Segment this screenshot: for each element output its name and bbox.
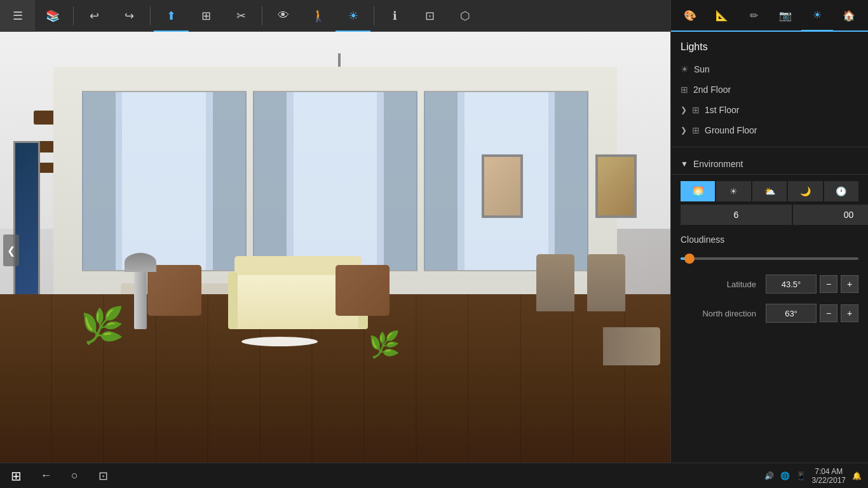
panel-brightness-button[interactable]: ☀ <box>801 0 833 31</box>
network-icon[interactable]: 🌐 <box>780 471 790 480</box>
circle-icon: ○ <box>71 469 78 482</box>
speaker-icon[interactable]: 🔊 <box>764 471 774 480</box>
light-item-ground-floor[interactable]: ❯ ⊞ Ground Floor <box>671 120 868 140</box>
frame-button[interactable]: ⊡ <box>412 0 447 32</box>
undo-icon: ↩ <box>90 9 99 23</box>
time-display: 7:04 AM <box>812 467 846 476</box>
task-view-button[interactable]: ⊡ <box>89 463 118 489</box>
room-scene <box>0 32 670 469</box>
night-button[interactable]: 🌙 <box>788 181 822 201</box>
lights-section: Lights ☀ Sun ⊞ 2nd Floor ❯ ⊞ 1st Floor ❯… <box>671 32 868 147</box>
cube-button[interactable]: ⬡ <box>447 0 482 32</box>
2nd-floor-icon: ⊞ <box>681 85 688 95</box>
info-button[interactable]: ℹ <box>377 0 412 32</box>
notification-icon[interactable]: 🔔 <box>852 471 862 480</box>
library-button[interactable]: 📚 <box>35 0 70 32</box>
keyboard-icon[interactable]: 📱 <box>796 471 806 480</box>
undo-button[interactable]: ↩ <box>77 0 112 32</box>
sun-light-label: Sun <box>694 64 710 74</box>
chair-2 <box>336 265 390 316</box>
panel-house-button[interactable]: 🏠 <box>833 0 865 31</box>
separator-3 <box>262 6 262 25</box>
time-minutes-input[interactable] <box>793 205 868 225</box>
viewport[interactable]: ❮ <box>0 32 670 469</box>
light-item-2nd-floor[interactable]: ⊞ 2nd Floor <box>671 79 868 100</box>
painting-right-2 <box>595 154 637 218</box>
panel-pencil-button[interactable]: ✏ <box>738 0 770 31</box>
separator-1 <box>73 6 74 25</box>
redo-button[interactable]: ↪ <box>112 0 147 32</box>
window-1 <box>82 91 247 271</box>
environment-header[interactable]: ▼ Environment <box>671 154 868 175</box>
taskbar-time: 7:04 AM 3/22/2017 <box>812 467 846 485</box>
sunrise-icon: 🌅 <box>693 186 703 196</box>
north-increase-button[interactable]: + <box>841 304 858 322</box>
latitude-increase-button[interactable]: + <box>841 275 858 293</box>
library-icon: 📚 <box>46 9 60 23</box>
cloudiness-slider[interactable] <box>671 248 868 269</box>
light-item-1st-floor[interactable]: ❯ ⊞ 1st Floor <box>671 100 868 120</box>
panel-camera-button[interactable]: 📷 <box>770 0 801 31</box>
right-panel: 🎨 📐 ✏ 📷 ☀ 🏠 Lights ☀ Sun ⊞ 2nd Floor <box>670 0 868 488</box>
sun-light-icon: ☀ <box>681 64 689 74</box>
day-button[interactable]: ☀ <box>716 181 750 201</box>
walk-button[interactable]: 🚶 <box>301 0 336 32</box>
light-item-sun[interactable]: ☀ Sun <box>671 59 868 79</box>
cube-icon: ⬡ <box>460 9 470 23</box>
ruler-icon: 📐 <box>715 10 728 22</box>
2nd-floor-label: 2nd Floor <box>693 85 731 95</box>
view-button[interactable]: 👁 <box>266 0 301 32</box>
top-toolbar: ☰ 📚 ↩ ↪ ⬆ ⊞ ✂ 👁 🚶 ☀ ℹ ⊡ ⬡ <box>0 0 670 32</box>
circle-button[interactable]: ○ <box>60 463 89 489</box>
painting-right-1 <box>482 154 523 218</box>
nav-arrow-left[interactable]: ❮ <box>3 234 19 266</box>
latitude-decrease-button[interactable]: − <box>820 275 837 293</box>
scissors-button[interactable]: ✂ <box>224 0 259 32</box>
north-decrease-button[interactable]: − <box>820 304 837 322</box>
dining-chair-1 <box>536 254 574 311</box>
floor-lamp <box>134 266 147 329</box>
cloudiness-label: Cloudiness <box>671 228 868 248</box>
select-icon: ⬆ <box>166 9 176 23</box>
pencil-icon: ✏ <box>750 10 758 22</box>
cloudy-button[interactable]: ⛅ <box>752 181 787 201</box>
menu-button[interactable]: ☰ <box>0 0 35 32</box>
separator-4 <box>374 6 374 25</box>
house-icon: 🏠 <box>843 10 855 22</box>
day-icon: ☀ <box>729 186 738 196</box>
panel-ruler-button[interactable]: 📐 <box>706 0 738 31</box>
scissors-icon: ✂ <box>236 9 246 23</box>
dining-area <box>530 254 657 381</box>
dining-chair-2 <box>587 254 625 311</box>
north-direction-input[interactable] <box>766 304 817 323</box>
task-view-icon: ⊡ <box>98 469 108 483</box>
latitude-input[interactable] <box>766 274 817 294</box>
slider-thumb[interactable] <box>684 254 695 264</box>
left-arrow-icon: ❮ <box>7 245 15 257</box>
paint-icon: 🎨 <box>684 10 696 22</box>
sun-button[interactable]: ☀ <box>336 0 370 32</box>
clock-icon: 🕐 <box>836 186 846 196</box>
1st-floor-expand-icon: ❯ <box>681 105 687 114</box>
select-button[interactable]: ⬆ <box>154 0 189 32</box>
sunrise-button[interactable]: 🌅 <box>681 181 715 201</box>
separator-2 <box>150 6 151 25</box>
environment-title: Environment <box>693 159 743 169</box>
latitude-row: Latitude − + <box>671 269 868 299</box>
transform-button[interactable]: ⊞ <box>189 0 224 32</box>
ground-floor-expand-icon: ❯ <box>681 126 687 135</box>
start-button[interactable]: ⊞ <box>0 463 32 489</box>
walk-icon: 🚶 <box>311 9 325 23</box>
sofa-arm-left <box>228 272 238 329</box>
environment-section: ▼ Environment 🌅 ☀ ⛅ 🌙 🕐 <box>671 147 868 488</box>
brightness-icon: ☀ <box>813 9 822 21</box>
back-button[interactable]: ← <box>32 463 60 489</box>
1st-floor-icon: ⊞ <box>692 105 700 115</box>
time-hours-input[interactable] <box>681 205 792 225</box>
ground-floor-icon: ⊞ <box>692 125 700 135</box>
window-light-2 <box>287 92 384 270</box>
panel-paint-button[interactable]: 🎨 <box>674 0 706 31</box>
slider-track <box>681 257 858 260</box>
north-direction-label: North direction <box>681 309 763 318</box>
clock-button[interactable]: 🕐 <box>824 181 858 201</box>
